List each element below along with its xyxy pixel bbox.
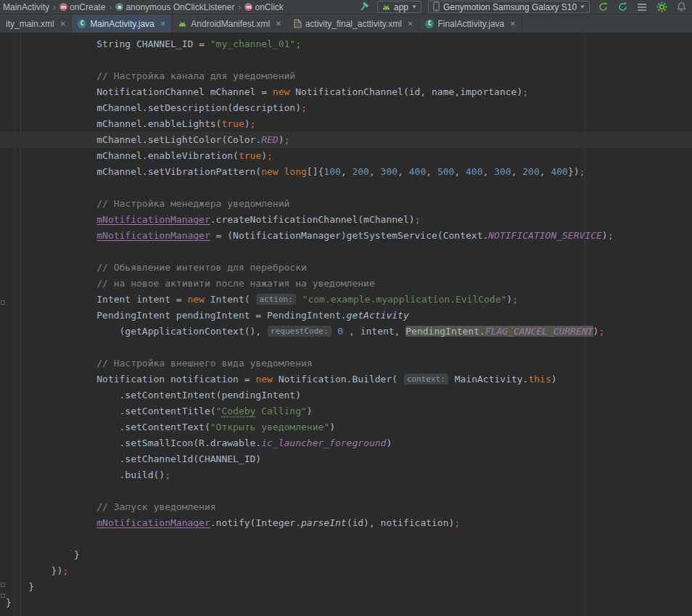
code-line[interactable]: .setContentText("Открыть уведомление") xyxy=(0,419,692,435)
code-line[interactable]: String CHANNEL_ID = "my_channel_01"; xyxy=(0,36,692,52)
code-token: RED xyxy=(261,134,278,145)
device-select[interactable]: Genymotion Samsung Galaxy S10 ▼ xyxy=(428,1,590,13)
code-token: ) xyxy=(261,150,267,161)
code-line[interactable]: .setContentIntent(pendingIntent) xyxy=(0,387,692,403)
tab-mainactivity-java[interactable]: CMainActivity.java× xyxy=(72,15,172,33)
java-class-icon: C xyxy=(425,20,434,28)
code-line[interactable] xyxy=(0,531,692,547)
highlighted-token: FLAG_CANCEL_CURRENT xyxy=(485,326,593,337)
apply-code-changes-icon[interactable] xyxy=(616,1,629,14)
code-token: MainActivity. xyxy=(449,374,529,385)
code-line[interactable]: Intent intent = new Intent( action: "com… xyxy=(0,292,692,308)
editor[interactable]: String CHANNEL_ID = "my_channel_01"; // … xyxy=(0,33,692,616)
code-token: 400 xyxy=(466,166,482,177)
code-line[interactable]: mChannel.setDescription(description); xyxy=(0,100,692,116)
code-token: ) xyxy=(279,134,284,145)
build-hammer-icon[interactable] xyxy=(358,1,371,14)
code-token: , intent, xyxy=(343,326,405,337)
code-token: "Открыть уведомление" xyxy=(210,422,329,432)
close-tab-icon[interactable]: × xyxy=(510,19,516,28)
code-line[interactable]: mChannel.enableLights(true); xyxy=(0,116,692,132)
gutter-marker[interactable] xyxy=(1,300,5,305)
code-line[interactable]: // Настройка канала для уведомлений xyxy=(0,68,692,84)
breadcrumb-item[interactable]: onCreate xyxy=(70,2,105,12)
code-token: // Настройка менеджера уведомлений xyxy=(6,198,289,209)
code-line[interactable]: } xyxy=(0,595,692,611)
code-token: ; xyxy=(522,86,528,97)
code-token: ; xyxy=(598,326,604,337)
code-token: // на новое активити после нажатия на ув… xyxy=(6,278,375,289)
code-line[interactable]: PendingIntent pendingIntent = PendingInt… xyxy=(0,308,692,324)
code-token: , xyxy=(341,166,353,177)
code-line[interactable]: mNotificationManager.createNotificationC… xyxy=(0,212,692,228)
code-line[interactable]: // на новое активити после нажатия на ув… xyxy=(0,276,692,292)
code-token: true xyxy=(221,118,244,129)
close-tab-icon[interactable]: × xyxy=(60,19,66,28)
code-token: , xyxy=(398,166,409,177)
layout-file-icon xyxy=(294,19,302,28)
code-token: .setContentTitle( xyxy=(6,406,216,416)
code-token: new long xyxy=(261,166,307,177)
notifications-bell-icon[interactable] xyxy=(675,1,688,14)
code-line[interactable] xyxy=(0,340,692,356)
code-line[interactable]: // Настройка менеджера уведомлений xyxy=(0,196,692,212)
breadcrumb-item[interactable]: MainActivity xyxy=(3,2,49,12)
code-line[interactable] xyxy=(0,244,692,260)
code-line[interactable] xyxy=(0,180,692,196)
code-line[interactable]: mChannel.setVibrationPattern(new long[]{… xyxy=(0,164,692,180)
chevron-down-icon: ▼ xyxy=(411,4,417,10)
code-line[interactable]: .setChannelId(CHANNEL_ID) xyxy=(0,451,692,467)
code-token: NOTIFICATION_SERVICE xyxy=(488,230,602,241)
code-line[interactable]: NotificationChannel mChannel = new Notif… xyxy=(0,84,692,100)
code-token: ; xyxy=(454,517,460,528)
code-line[interactable]: // Настройка внешнего вида уведомления xyxy=(0,356,692,371)
run-configuration-select[interactable]: app ▼ xyxy=(377,1,421,13)
breadcrumb-item[interactable]: onClick xyxy=(255,2,283,12)
code-line[interactable]: } xyxy=(0,547,692,563)
code-line[interactable]: .setContentTitle("Codeby Calling") xyxy=(0,403,692,419)
device-phone-icon xyxy=(432,1,440,12)
code-token: getActivity xyxy=(347,310,409,321)
tab-activity-final-acttivity-xml[interactable]: activity_final_acttivity.xml× xyxy=(288,15,420,33)
code-token: Notification notification = xyxy=(6,374,255,385)
code-line[interactable]: mNotificationManager = (NotificationMana… xyxy=(0,228,692,244)
apply-changes-icon[interactable] xyxy=(596,1,609,14)
close-tab-icon[interactable]: × xyxy=(276,19,281,28)
code-line[interactable]: mChannel.enableVibration(true); xyxy=(0,148,692,164)
tab-androidmanifest-xml[interactable]: AndroidManifest.xml× xyxy=(172,15,287,33)
code-line[interactable]: // Обьявление интентов для переброски xyxy=(0,260,692,276)
code-token: "my_channel_01" xyxy=(210,38,295,49)
code-line[interactable]: Notification notification = new Notifica… xyxy=(0,371,692,387)
code-line[interactable]: (getApplicationContext(), requestCode: 0… xyxy=(0,324,692,340)
top-toolbar: MainActivity›monCreate›aanonymous OnClic… xyxy=(0,0,692,15)
settings-gear-icon[interactable] xyxy=(655,1,668,14)
code-line[interactable]: .setSmallIcon(R.drawable.ic_launcher_for… xyxy=(0,435,692,451)
code-token: ) xyxy=(506,294,512,305)
code-token: .setContentIntent(pendingIntent) xyxy=(6,390,301,401)
code-line[interactable] xyxy=(0,52,692,68)
gutter-marker[interactable] xyxy=(1,594,5,598)
gutter-marker[interactable] xyxy=(1,583,5,587)
code-token: ; xyxy=(512,294,518,305)
code-line[interactable]: }); xyxy=(0,563,692,579)
code-line-current[interactable]: mChannel.setLightColor(Color.RED); xyxy=(0,132,692,148)
close-tab-icon[interactable]: × xyxy=(160,19,166,28)
code-token: 400 xyxy=(409,166,426,177)
close-tab-icon[interactable]: × xyxy=(408,19,413,28)
code-token: String CHANNEL_ID = xyxy=(6,38,210,49)
run-list-icon[interactable] xyxy=(635,1,648,14)
code-line[interactable]: // Запуск уведомления xyxy=(0,499,692,515)
code-line[interactable]: } xyxy=(0,579,692,595)
run-config-label: app xyxy=(394,2,408,12)
code-line[interactable] xyxy=(0,483,692,499)
code-token: 100 xyxy=(324,166,340,177)
code-token: // Настройка внешнего вида уведомления xyxy=(6,358,313,369)
code-line[interactable]: .build(); xyxy=(0,467,692,483)
code-token: true xyxy=(239,150,261,161)
code-line[interactable]: mNotificationManager.notify(Integer.pars… xyxy=(0,515,692,531)
code-token: } xyxy=(6,597,12,608)
tab-finalacttivity-java[interactable]: CFinalActtivity.java× xyxy=(419,15,522,33)
code-token: ; xyxy=(267,150,273,161)
breadcrumb-item[interactable]: anonymous OnClickListener xyxy=(125,2,234,12)
tab-ity-main-xml[interactable]: ity_main.xml× xyxy=(0,15,72,33)
